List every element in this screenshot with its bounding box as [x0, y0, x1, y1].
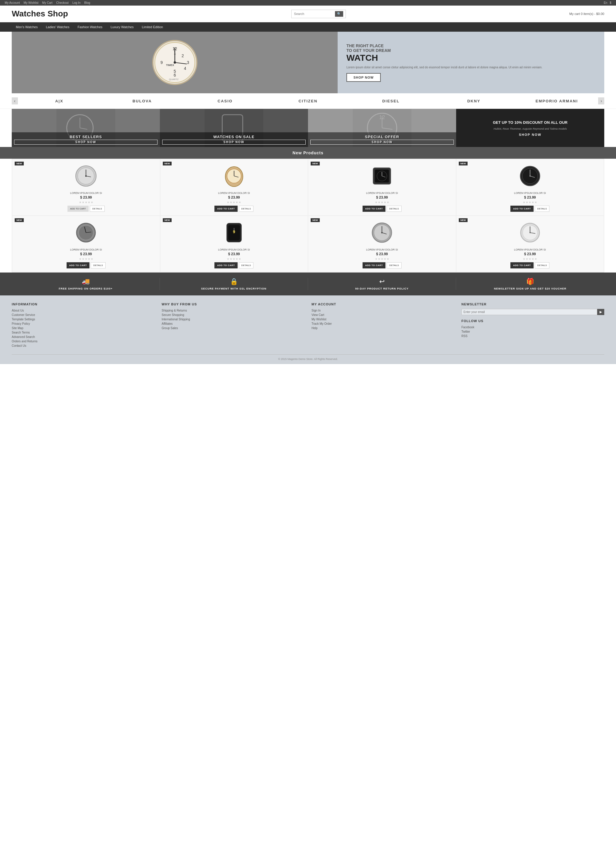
details-btn-5[interactable]: DETAILS — [91, 262, 106, 268]
footer-search-terms[interactable]: Search Terms — [12, 331, 155, 334]
promo-discount[interactable]: GET UP TO 10% DISCOUNT ON ALL OUR Hublot… — [456, 109, 604, 147]
newsletter-submit[interactable]: ▶ — [597, 309, 604, 315]
product-name-5: LOREM IPSUM DOLOR SI — [16, 248, 156, 251]
footer-account-title: MY ACCOUNT — [311, 302, 454, 306]
feature-newsletter-text: NEWSLETTER SIGN UP AND GET $20 VOUCHER — [494, 287, 567, 290]
footer-secure-shopping[interactable]: Secure Shopping — [162, 313, 305, 317]
footer-shipping-returns[interactable]: Shipping & Returns — [162, 309, 305, 312]
product-name-2: LOREM IPSUM DOLOR SI — [164, 192, 305, 194]
newsletter-input[interactable] — [461, 309, 597, 315]
brand-dkny[interactable]: DKNY — [433, 98, 515, 105]
details-btn-8[interactable]: DETAILS — [535, 262, 550, 268]
top-bar-links[interactable]: My Account My Wishlist My Cart Checkout … — [5, 1, 93, 5]
footer-sign-in[interactable]: Sign In — [311, 309, 454, 312]
feature-security: 🔒 SECURE PAYMENT WITH SSL ENCRYPTION — [160, 278, 308, 290]
add-to-cart-btn-6[interactable]: ADD TO CART — [214, 262, 237, 268]
language-selector[interactable]: En — [604, 1, 607, 5]
hero-subtitle2: TO GET YOUR DREAM — [346, 48, 596, 53]
promo-link-2[interactable]: SHOP NOW — [162, 140, 306, 145]
details-btn-3[interactable]: DETAILS — [387, 206, 402, 212]
product-badge-1: NEW — [15, 162, 24, 165]
my-wishlist-link[interactable]: My Wishlist — [23, 1, 38, 5]
add-to-cart-btn-3[interactable]: ADD TO CART — [363, 206, 385, 212]
footer-privacy[interactable]: Privacy Policy — [12, 322, 155, 325]
cart-summary[interactable]: My cart 0 item(s) - $0.00 — [569, 12, 604, 15]
details-btn-1[interactable]: DETAILS — [90, 206, 105, 212]
search-button[interactable]: 🔍 — [335, 11, 343, 17]
brand-next-btn[interactable]: › — [598, 97, 604, 105]
product-card-6: NEW 9 LOREM IPSUM DOLOR SI $ 23.99 ★★★★★… — [160, 216, 308, 272]
blog-link[interactable]: Blog — [84, 1, 90, 5]
footer-contact[interactable]: Contact Us — [12, 344, 155, 347]
my-cart-link[interactable]: My Cart — [42, 1, 52, 5]
login-link[interactable]: Log In — [72, 1, 81, 5]
promo-link-1[interactable]: SHOP NOW — [14, 140, 157, 145]
product-grid: NEW LOREM IPSUM DOLOR SI $ 23.99 ★★★★★ A… — [12, 159, 604, 273]
svg-point-63 — [530, 232, 531, 233]
product-price-6: $ 23.99 — [164, 252, 305, 256]
search-input[interactable] — [294, 12, 335, 15]
footer-newsletter-title: NEWSLETTER — [461, 302, 604, 306]
brand-casio[interactable]: CASIO — [183, 98, 266, 105]
top-bar-right: En $ — [604, 1, 611, 5]
brand-prev-btn[interactable]: ‹ — [12, 97, 18, 105]
brand-diesel[interactable]: DIESEL — [350, 98, 433, 105]
footer-group-sales[interactable]: Group Sales — [162, 326, 305, 330]
brand-ax[interactable]: A|X — [18, 98, 101, 105]
footer-account: MY ACCOUNT Sign In View Cart My Wishlist… — [311, 302, 454, 348]
footer-twitter[interactable]: Twitter — [461, 330, 604, 333]
nav-limited[interactable]: Limited Edition — [137, 22, 167, 32]
add-to-cart-btn-7[interactable]: ADD TO CART — [363, 262, 385, 268]
footer-international[interactable]: International Shipping — [162, 318, 305, 321]
product-price-4: $ 23.99 — [460, 196, 601, 200]
product-image-7 — [312, 219, 452, 246]
add-to-cart-btn-5[interactable]: ADD TO CART — [66, 262, 89, 268]
footer-rss[interactable]: RSS — [461, 334, 604, 338]
checkout-link[interactable]: Checkout — [56, 1, 69, 5]
footer-template[interactable]: Template Settings — [12, 318, 155, 321]
brand-bulova[interactable]: BULOVA — [101, 98, 183, 105]
site-logo[interactable]: Watches Shop — [12, 9, 68, 18]
details-btn-2[interactable]: DETAILS — [239, 206, 254, 212]
promo-special[interactable]: 126 SPECIAL OFFER SHOP NOW — [308, 109, 456, 147]
add-to-cart-btn-8[interactable]: ADD TO CART — [510, 262, 533, 268]
footer-about[interactable]: About Us — [12, 309, 155, 312]
nav-luxury[interactable]: Luxury Watches — [106, 22, 137, 32]
hero-title: WATCH — [346, 53, 596, 63]
nav-mens[interactable]: Men's Watches — [12, 22, 42, 32]
hero-shop-btn[interactable]: SHOP NOW — [346, 73, 381, 82]
add-to-cart-btn-2[interactable]: ADD TO CART — [214, 206, 237, 212]
svg-point-12 — [174, 61, 176, 64]
footer-copyright: © 2015 Magento Demo Store. All Rights Re… — [12, 354, 604, 360]
nav-ladies[interactable]: Ladies' Watches — [42, 22, 73, 32]
promo-link-3[interactable]: SHOP NOW — [310, 140, 454, 145]
promo-best-sellers[interactable]: BEST SELLERS SHOP NOW — [12, 109, 160, 147]
footer-orders[interactable]: Orders and Returns — [12, 340, 155, 343]
footer-customer[interactable]: Customer Service — [12, 313, 155, 317]
brand-citizen[interactable]: CITIZEN — [266, 98, 350, 105]
details-btn-4[interactable]: DETAILS — [535, 206, 550, 212]
hero-banner: 12 3 6 9 1 2 4 5 TIMEX QUARTZ THE RIGHT … — [12, 32, 604, 93]
footer-facebook[interactable]: Facebook — [461, 326, 604, 329]
nav-fashion[interactable]: Fashion Watches — [73, 22, 106, 32]
footer-advanced-search[interactable]: Advanced Search — [12, 335, 155, 339]
details-btn-7[interactable]: DETAILS — [387, 262, 402, 268]
footer-track-order[interactable]: Track My Order — [311, 322, 454, 325]
footer-sitemap[interactable]: Site Map — [12, 326, 155, 330]
promo-on-sale[interactable]: WATCHES ON SALE SHOP NOW — [160, 109, 308, 147]
add-to-cart-btn-4[interactable]: ADD TO CART — [510, 206, 533, 212]
product-price-7: $ 23.99 — [312, 252, 452, 256]
add-to-cart-btn-1[interactable]: ADD TO CART — [68, 206, 89, 212]
currency-selector[interactable]: $ — [610, 1, 611, 5]
promo-shop-now[interactable]: SHOP NOW — [519, 133, 542, 136]
footer-help[interactable]: Help — [311, 326, 454, 330]
svg-point-45 — [530, 176, 531, 177]
brand-ea[interactable]: EMPORIO ARMANI — [515, 98, 598, 105]
footer-view-cart[interactable]: View Cart — [311, 313, 454, 317]
my-account-link[interactable]: My Account — [5, 1, 20, 5]
details-btn-6[interactable]: DETAILS — [239, 262, 254, 268]
footer-wishlist[interactable]: My Wishlist — [311, 318, 454, 321]
product-badge-6: NEW — [163, 218, 172, 222]
footer-affiliates[interactable]: Affiliates — [162, 322, 305, 325]
svg-text:2: 2 — [182, 53, 184, 58]
